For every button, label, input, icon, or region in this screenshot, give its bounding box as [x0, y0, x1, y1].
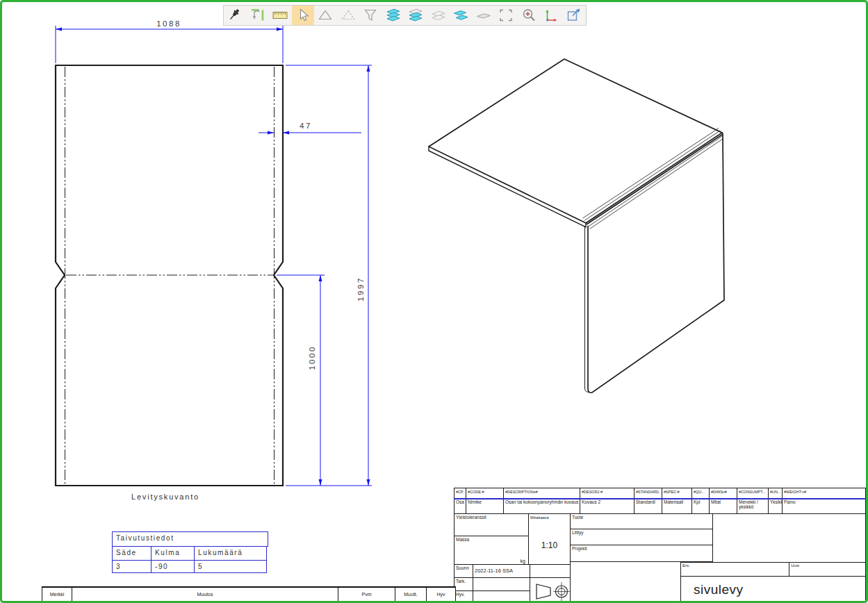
- dim-lower-height: 1000: [308, 345, 316, 370]
- layers-inactive-icon: [430, 7, 447, 24]
- tb-approver-label: Hyv.: [454, 590, 473, 603]
- tb-tolerances-cell: Yleistoleranssit: [454, 513, 529, 536]
- tb-checker-label: Tark.: [454, 577, 473, 591]
- open-new-view-icon: [566, 7, 582, 24]
- polygon-dashed-icon: [340, 7, 357, 24]
- select-cursor-icon: [295, 7, 311, 24]
- tool-layers-inactive[interactable]: [427, 6, 450, 25]
- tb-projection-symbol-cell: [530, 577, 571, 603]
- cad-toolbar: [223, 5, 587, 26]
- tb-designer-value: 2022-11-16 SSA: [473, 564, 530, 578]
- tb-empty-lower-cell: [570, 561, 681, 603]
- tb-label-cell: Standardi: [634, 498, 662, 514]
- title-block: #CP.. #CODE:# #DESCRIPTIONs# #DESCR2:# #…: [454, 488, 866, 603]
- zoom-in-icon: [521, 7, 537, 24]
- axes-icon: [543, 7, 559, 24]
- tb-label-cell: Osan tai kokoonpanoryhmän kuvaus: [503, 498, 580, 514]
- tb-scale-value: 1:10: [529, 540, 570, 550]
- revision-col-muutt: Muutt.: [395, 588, 427, 601]
- zoom-extents-icon: [249, 7, 266, 24]
- tb-new-cell: Uusi: [789, 562, 866, 577]
- tb-empty-right-cell: [712, 513, 866, 563]
- filter-icon: [362, 7, 379, 24]
- tb-label-cell: Menekki / yksikkö: [737, 498, 769, 514]
- flat-pattern-view: [56, 65, 283, 486]
- revision-col-muutos: Muutos: [72, 588, 338, 601]
- tb-label-cell: Materiaali: [662, 498, 692, 514]
- isometric-view: [429, 59, 724, 393]
- tb-code-cell: #DESCR2:#: [580, 488, 634, 499]
- tb-label-cell: Yksikkö: [768, 498, 783, 514]
- tb-label-cell: Kuvaus 2: [580, 498, 634, 514]
- tb-label-cell: Paino: [782, 498, 866, 514]
- bend-table-value: -90: [151, 560, 195, 573]
- layers-mixed-icon: [407, 7, 424, 24]
- polygon-icon: [317, 7, 334, 24]
- tool-axes[interactable]: [540, 6, 563, 25]
- projection-symbol-icon: [532, 579, 571, 603]
- tb-mass-cell: Massa kg: [454, 536, 529, 565]
- tool-layers-all[interactable]: [382, 6, 405, 25]
- tb-product-cell: Tuote: [570, 513, 713, 529]
- tb-code-cell: #STANDARD...: [634, 488, 662, 499]
- tb-mass-label: Massa: [456, 537, 469, 542]
- dim-overall-height: 1997: [357, 276, 365, 302]
- tb-label-cell: Osa: [454, 498, 466, 514]
- bend-table-header: Lukumäärä: [194, 546, 267, 561]
- tb-code-cell: #UN...: [768, 488, 783, 499]
- bend-table-value: 3: [112, 560, 152, 573]
- tb-project-cell: Projekti: [570, 545, 713, 562]
- tb-approver-value: [473, 590, 530, 603]
- tool-measure[interactable]: [269, 6, 292, 25]
- measure-ruler-icon: [272, 7, 288, 24]
- tb-code-cell: #DESCRIPTIONs#: [503, 488, 580, 499]
- tool-open-new-view[interactable]: [563, 6, 586, 25]
- tool-layer-flat[interactable]: [473, 6, 496, 25]
- tb-empty-cell: [530, 564, 571, 578]
- tb-checker-value: [473, 577, 530, 591]
- tb-code-cell: #SPEC:#: [662, 488, 692, 499]
- tb-mass-unit: kg: [521, 559, 525, 563]
- bend-table-header: Kulma: [151, 546, 195, 561]
- tool-polygon[interactable]: [314, 6, 337, 25]
- pin-icon: [227, 7, 243, 24]
- tb-related-cell: Liittyy: [570, 529, 713, 545]
- tb-label-cell: Kpl: [691, 498, 710, 514]
- tool-layers-mixed[interactable]: [404, 6, 427, 25]
- revision-strip: Merkki Muutos Pvm Muutt. Hyv: [42, 586, 456, 602]
- dim-overall-width: 1088: [156, 19, 181, 28]
- tb-code-cell: #CODE:#: [466, 488, 504, 499]
- tb-ent-cell: Ent.: [680, 562, 789, 577]
- tool-pin[interactable]: [224, 6, 247, 25]
- tb-label-cell: Nimike: [466, 498, 504, 514]
- dimensions: [56, 23, 372, 486]
- bend-data-table: Taivutustiedot Säde Kulma Lukumäärä 3 -9…: [112, 531, 268, 573]
- tb-scale-cell: Mittakaava 1:10: [528, 513, 571, 565]
- tool-zoom-extents[interactable]: [247, 6, 270, 25]
- flat-pattern-label: Levityskuvanto: [131, 493, 199, 501]
- tool-selection-box[interactable]: [495, 6, 518, 25]
- bend-table-header: Säde: [112, 546, 152, 561]
- tb-label-cell: Mitat: [709, 498, 737, 514]
- tool-select-cursor[interactable]: [292, 6, 315, 25]
- selection-box-icon: [498, 7, 514, 24]
- tb-code-cell: #DIMSn#: [709, 488, 737, 499]
- bend-table-value: 5: [194, 560, 267, 573]
- revision-col-pvm: Pvm: [338, 588, 395, 601]
- tb-code-cell: #WEIGHT:n#: [782, 488, 866, 499]
- bend-table-title: Taivutustiedot: [112, 531, 268, 547]
- layer-flat-icon: [475, 7, 492, 24]
- layers-pair-icon: [452, 7, 469, 24]
- tb-part-name: sivulevy: [680, 576, 866, 603]
- dim-flange-width: 47: [300, 122, 312, 130]
- bend-lines: [65, 67, 275, 484]
- tool-zoom-in[interactable]: [518, 6, 541, 25]
- tool-polygon-dashed[interactable]: [337, 6, 360, 25]
- revision-col-hyv: Hyv: [427, 588, 455, 601]
- tool-layers-pair[interactable]: [450, 6, 473, 25]
- cad-window: 1088 47 1997 1000: [0, 0, 868, 603]
- title-block-blue-separator: [454, 498, 866, 499]
- tb-scale-label: Mittakaava: [530, 515, 549, 520]
- revision-col-merkki: Merkki: [42, 588, 72, 601]
- tool-filter[interactable]: [359, 6, 382, 25]
